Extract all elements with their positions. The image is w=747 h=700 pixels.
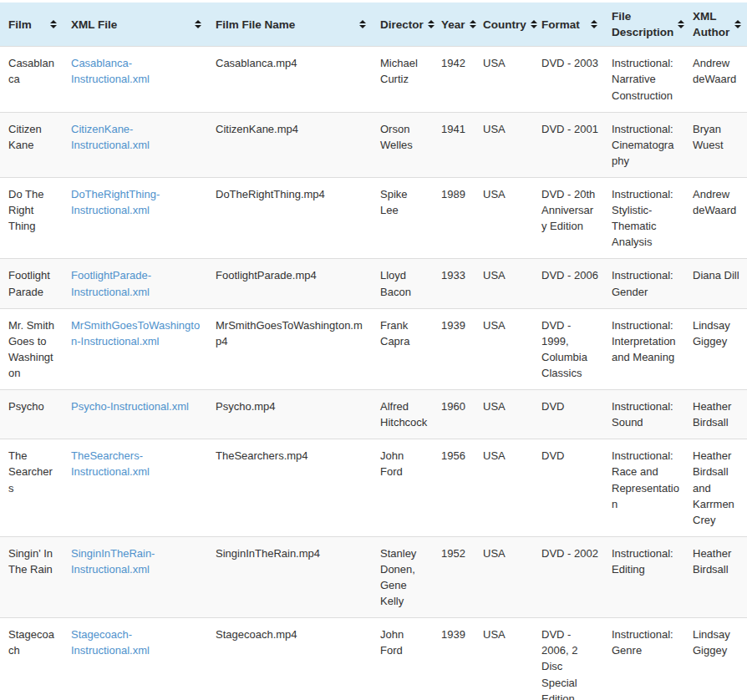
format-cell: DVD - 2006 [533, 259, 603, 308]
film-cell: Citizen Kane [0, 112, 63, 177]
film-cell: Mr. Smith Goes to Washington [0, 308, 63, 389]
sort-icon[interactable] [49, 18, 58, 30]
sort-icon[interactable] [530, 18, 538, 30]
xml-file-link[interactable]: Casablanca-Instructional.xml [71, 57, 150, 85]
country-cell: USA [475, 112, 533, 177]
year-cell: 1941 [433, 112, 475, 177]
xml-file-cell: MrSmithGoesToWashington-Instructional.xm… [63, 308, 207, 389]
sort-icon[interactable] [358, 18, 367, 30]
film-file-name-cell: FootlightParade.mp4 [207, 259, 372, 308]
column-header-xml_file[interactable]: XML File [63, 3, 207, 47]
country-cell: USA [475, 618, 533, 700]
film-cell: Casablanca [0, 47, 63, 112]
film-file-name-cell: Stagecoach.mp4 [207, 618, 372, 700]
director-cell: Alfred Hitchcock [372, 390, 433, 439]
xml-file-link[interactable]: MrSmithGoesToWashington-Instructional.xm… [71, 319, 200, 347]
column-label-format: Format [541, 17, 587, 33]
year-cell: 1960 [433, 390, 475, 439]
format-cell: DVD - 20th Anniversary Edition [533, 177, 603, 258]
sort-icon[interactable] [734, 18, 742, 30]
xml-author-cell: Heather Birdsall [684, 536, 747, 617]
xml-author-cell: Heather Birdsall and Karrmen Crey [684, 439, 747, 537]
year-cell: 1989 [433, 177, 475, 258]
xml-file-cell: Psycho-Instructional.xml [63, 390, 207, 439]
sort-icon[interactable] [427, 18, 435, 30]
film-cell: Footlight Parade [0, 259, 63, 308]
column-label-file_description: File Description [612, 8, 673, 40]
column-header-director[interactable]: Director [372, 3, 433, 47]
film-file-name-cell: Psycho.mp4 [207, 390, 372, 439]
file-description-cell: Instructional: Sound [603, 390, 684, 439]
table-row: Singin' In The RainSinginInTheRain-Instr… [0, 536, 747, 617]
column-label-film: Film [8, 17, 46, 33]
xml-author-cell: Bryan Wuest [684, 112, 747, 177]
director-cell: Spike Lee [372, 177, 433, 258]
year-cell: 1939 [433, 308, 475, 389]
xml-file-cell: FootlightParade-Instructional.xml [63, 259, 207, 308]
film-file-name-cell: MrSmithGoesToWashington.mp4 [207, 308, 372, 389]
country-cell: USA [475, 47, 533, 112]
country-cell: USA [475, 308, 533, 389]
film-cell: The Searchers [0, 439, 63, 537]
column-header-country[interactable]: Country [475, 3, 533, 47]
xml-file-link[interactable]: SinginInTheRain-Instructional.xml [71, 547, 155, 576]
file-description-cell: Instructional: Interpretation and Meanin… [603, 308, 684, 389]
sort-icon[interactable] [194, 18, 202, 30]
sort-icon[interactable] [677, 18, 685, 30]
column-header-year[interactable]: Year [433, 3, 475, 47]
xml-file-link[interactable]: TheSearchers-Instructional.xml [71, 449, 150, 478]
director-cell: John Ford [372, 618, 433, 700]
xml-file-cell: DoTheRightThing-Instructional.xml [63, 177, 207, 258]
film-cell: Singin' In The Rain [0, 536, 63, 617]
xml-author-cell: Andrew deWaard [684, 177, 747, 258]
xml-file-link[interactable]: CitizenKane-Instructional.xml [71, 123, 150, 151]
column-header-film_file_name[interactable]: Film File Name [207, 3, 372, 47]
column-header-format[interactable]: Format [533, 3, 603, 47]
xml-author-cell: Heather Birdsall [684, 390, 747, 439]
table-header: FilmXML FileFilm File NameDirectorYearCo… [0, 3, 747, 47]
film-file-name-cell: CitizenKane.mp4 [207, 112, 372, 177]
file-description-cell: Instructional: Gender [603, 259, 684, 308]
column-label-country: Country [483, 17, 526, 33]
sort-icon[interactable] [590, 18, 598, 30]
header-row: FilmXML FileFilm File NameDirectorYearCo… [0, 3, 747, 47]
format-cell: DVD - 2002 [533, 536, 603, 617]
table-row: StagecoachStagecoach-Instructional.xmlSt… [0, 618, 747, 700]
xml-file-link[interactable]: Psycho-Instructional.xml [71, 400, 189, 413]
country-cell: USA [475, 259, 533, 308]
file-description-cell: Instructional: Narrative Construction [603, 47, 684, 112]
xml-file-link[interactable]: DoTheRightThing-Instructional.xml [71, 188, 160, 216]
film-cell: Do The Right Thing [0, 177, 63, 258]
xml-file-cell: CitizenKane-Instructional.xml [63, 112, 207, 177]
table-row: Footlight ParadeFootlightParade-Instruct… [0, 259, 747, 308]
film-cell: Psycho [0, 390, 63, 439]
file-description-cell: Instructional: Cinematography [603, 112, 684, 177]
column-header-xml_author[interactable]: XML Author [684, 3, 747, 47]
director-cell: Frank Capra [372, 308, 433, 389]
file-description-cell: Instructional: Editing [603, 536, 684, 617]
country-cell: USA [475, 177, 533, 258]
xml-file-cell: Casablanca-Instructional.xml [63, 47, 207, 112]
column-header-film[interactable]: Film [0, 3, 63, 47]
xml-file-link[interactable]: FootlightParade-Instructional.xml [71, 269, 151, 297]
format-cell: DVD [533, 390, 603, 439]
country-cell: USA [475, 439, 533, 537]
director-cell: Michael Curtiz [372, 47, 433, 112]
xml-file-link[interactable]: Stagecoach-Instructional.xml [71, 628, 150, 657]
xml-file-cell: Stagecoach-Instructional.xml [63, 618, 207, 700]
format-cell: DVD - 2003 [533, 47, 603, 112]
column-label-xml_file: XML File [71, 17, 191, 33]
year-cell: 1939 [433, 618, 475, 700]
file-description-cell: Instructional: Stylistic-Thematic Analys… [603, 177, 684, 258]
column-header-file_description[interactable]: File Description [603, 3, 684, 47]
country-cell: USA [475, 536, 533, 617]
director-cell: John Ford [372, 439, 433, 537]
director-cell: Lloyd Bacon [372, 259, 433, 308]
table-body: CasablancaCasablanca-Instructional.xmlCa… [0, 47, 747, 700]
table-row: CasablancaCasablanca-Instructional.xmlCa… [0, 47, 747, 112]
sort-icon[interactable] [469, 18, 477, 30]
xml-file-cell: SinginInTheRain-Instructional.xml [63, 536, 207, 617]
file-description-cell: Instructional: Genre [603, 618, 684, 700]
xml-file-cell: TheSearchers-Instructional.xml [63, 439, 207, 537]
country-cell: USA [475, 390, 533, 439]
